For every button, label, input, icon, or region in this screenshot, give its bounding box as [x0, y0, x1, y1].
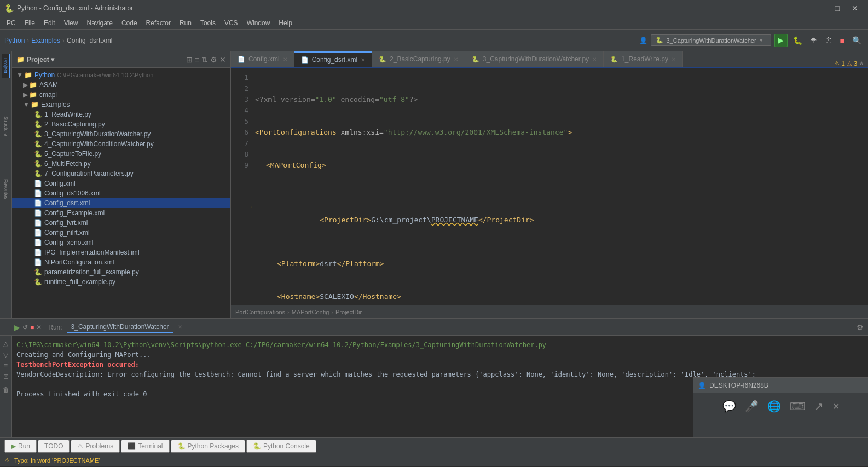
run-filter-icon[interactable]: ≡ [4, 362, 8, 370]
tree-item-configxeno[interactable]: 📄 Config_xeno.xml [12, 238, 230, 247]
tab-configdsrt-close[interactable]: ✕ [361, 57, 365, 63]
sort-icon[interactable]: ⇅ [201, 55, 208, 64]
python-packages-tab-btn[interactable]: 🐍 Python Packages [171, 440, 245, 453]
stop-button[interactable]: ■ [838, 35, 847, 46]
project-header: 📁 Project ▾ ⊞ ≡ ⇅ ⚙ ✕ [12, 51, 230, 68]
run-stop-btn[interactable]: ■ [30, 324, 34, 331]
menu-item-edit[interactable]: Edit [39, 18, 60, 28]
tree-item-ipgmanifest[interactable]: 📄 IPG_ImplementationManifest.imf [12, 247, 230, 257]
tree-item-runtimefull[interactable]: 🐍 runtime_full_example.py [12, 277, 230, 287]
editor-content[interactable]: 123456789 <?xml version="1.0" encoding="… [231, 68, 868, 305]
menu-item-help[interactable]: Help [274, 18, 297, 28]
run-rerun-btn[interactable]: ↺ [22, 324, 28, 331]
tree-item-configparams[interactable]: 🐍 7_ConfigurationParameters.py [12, 169, 230, 178]
minimize-button[interactable]: — [810, 3, 829, 14]
run-tab-btn[interactable]: ▶ Run [4, 440, 37, 453]
settings-icon[interactable]: ⚙ [210, 55, 217, 64]
menu-item-refactor[interactable]: Refactor [142, 18, 175, 28]
chat-bubble-icon[interactable]: 💬 [722, 400, 736, 413]
python-console-tab-btn[interactable]: 🐍 Python Console [246, 440, 316, 453]
tree-item-multifetch[interactable]: 🐍 6_MultiFetch.py [12, 159, 230, 169]
favorites-icon[interactable]: Favorites [2, 175, 10, 204]
tree-item-paramfull[interactable]: 🐍 parametrization_full_example.py [12, 267, 230, 277]
run-button[interactable]: ▶ [774, 34, 788, 47]
breadcrumb-examples[interactable]: Examples [31, 37, 60, 44]
tree-item-cmapi[interactable]: ▶ 📁 cmapi [12, 90, 230, 100]
tree-item-basiccapturing[interactable]: 🐍 2_BasicCapturing.py [12, 119, 230, 129]
run-settings-btn[interactable]: ⚙ [857, 323, 864, 332]
breadcrumb-maportconfig[interactable]: MAPortConfig [292, 309, 329, 315]
send-icon[interactable]: ↗ [814, 400, 824, 413]
tab-durationwatcher[interactable]: 🐍 3_CapturingWithDurationWatcher.py ✕ [465, 51, 604, 67]
coverage-button[interactable]: ☂ [808, 35, 819, 46]
tab-configxml-close[interactable]: ✕ [283, 56, 287, 62]
debug-button[interactable]: 🐛 [791, 35, 805, 46]
tree-item-python-root[interactable]: ▼ 📁 Python C:\IPG\carmaker\win64-10.2\Py… [12, 70, 230, 80]
run-down-icon[interactable]: ▽ [3, 351, 8, 359]
menu-item-code[interactable]: Code [117, 18, 142, 28]
tree-item-configxml[interactable]: 📄 Config.xml [12, 178, 230, 188]
tab-readwrite-label: 1_ReadWrite.py [621, 55, 668, 63]
menu-item-view[interactable]: View [60, 18, 83, 28]
code-content[interactable]: <?xml version="1.0" encoding="utf-8"?> <… [251, 68, 868, 305]
mic-icon[interactable]: 🎤 [745, 400, 759, 413]
run-clear-icon[interactable]: 🗑 [3, 386, 9, 394]
collapse-all-icon[interactable]: ≡ [195, 55, 199, 64]
tree-item-readwrite[interactable]: 🐍 1_ReadWrite.py [12, 109, 230, 119]
terminal-tab-btn[interactable]: ⬛ Terminal [121, 440, 169, 453]
tree-item-conditionwatcher[interactable]: 🐍 4_CapturingWithConditionWatcher.py [12, 139, 230, 149]
tree-item-confignilrt[interactable]: 📄 Config_nilrt.xml [12, 228, 230, 238]
tree-item-configlvrt[interactable]: 📄 Config_lvrt.xml [12, 218, 230, 228]
run-config-dropdown[interactable]: 🐍 3_CapturingWithDurationWatcher ▾ [651, 34, 771, 46]
run-tab-close[interactable]: ✕ [178, 324, 182, 330]
tab-readwrite-close[interactable]: ✕ [672, 56, 676, 62]
maximize-button[interactable]: □ [830, 3, 845, 14]
run-up-icon[interactable]: △ [3, 340, 8, 348]
todo-tab-btn[interactable]: TODO [38, 440, 70, 453]
search-button[interactable]: 🔍 [850, 35, 864, 46]
python-pkg-icon: 🐍 [177, 442, 186, 450]
breadcrumb-portconfigs[interactable]: PortConfigurations [235, 309, 285, 315]
menu-item-tools[interactable]: Tools [196, 18, 220, 28]
run-play-btn[interactable]: ▶ [14, 323, 20, 332]
run-layout-icon[interactable]: ⊡ [3, 373, 9, 380]
menu-item-run[interactable]: Run [175, 18, 196, 28]
breadcrumb-file[interactable]: Config_dsrt.xml [67, 37, 112, 44]
python-packages-tab-text: Python Packages [188, 442, 239, 450]
tree-item-configexample[interactable]: 📄 Config_Example.xml [12, 208, 230, 218]
tab-readwrite[interactable]: 🐍 1_ReadWrite.py ✕ [604, 51, 683, 67]
menu-item-navigate[interactable]: Navigate [83, 18, 117, 28]
project-view-icon[interactable]: Project [2, 54, 10, 78]
menu-item-pc[interactable]: PC [2, 18, 20, 28]
expand-gutter-btn[interactable]: ∧ [859, 60, 864, 67]
close-panel-icon[interactable]: ✕ [219, 55, 226, 64]
profile-button[interactable]: ⏱ [823, 35, 835, 46]
chat-close-icon[interactable]: ✕ [832, 401, 840, 412]
menu-item-file[interactable]: File [20, 18, 39, 28]
menu-item-vcs[interactable]: VCS [220, 18, 242, 28]
tree-item-durationwatcher[interactable]: 🐍 3_CapturingWithDurationWatcher.py [12, 129, 230, 139]
tree-item-capturefile[interactable]: 🐍 5_CaptureToFile.py [12, 149, 230, 159]
run-tab-label[interactable]: 3_CapturingWithDurationWatcher [67, 322, 173, 333]
close-button[interactable]: ✕ [846, 3, 864, 14]
globe-icon[interactable]: 🌐 [767, 400, 781, 413]
breadcrumb-python[interactable]: Python [4, 37, 25, 44]
main-area: Project Structure Favorites 📁 Project ▾ … [0, 51, 868, 318]
structure-icon[interactable]: Structure [2, 112, 10, 141]
tree-item-examples[interactable]: ▼ 📁 Examples [12, 100, 230, 109]
keyboard-icon[interactable]: ⌨ [790, 400, 806, 413]
tree-item-asam[interactable]: ▶ 📁 ASAM [12, 80, 230, 90]
tree-item-configds1006[interactable]: 📄 Config_ds1006.xml [12, 188, 230, 198]
run-close-btn[interactable]: ✕ [36, 324, 42, 331]
problems-tab-btn[interactable]: ⚠ Problems [71, 440, 120, 453]
breadcrumb-projectdir[interactable]: ProjectDir [335, 309, 362, 315]
tree-item-configdsrt[interactable]: 📄 Config_dsrt.xml [12, 198, 230, 208]
tab-durationwatcher-close[interactable]: ✕ [592, 56, 597, 62]
tab-basiccapturing[interactable]: 🐍 2_BasicCapturing.py ✕ [372, 51, 465, 67]
menu-item-window[interactable]: Window [242, 18, 275, 28]
tab-config-dsrt-xml[interactable]: 📄 Config_dsrt.xml ✕ [294, 51, 372, 67]
tree-item-niportconfig[interactable]: 📄 NIPortConfiguration.xml [12, 257, 230, 267]
expand-all-icon[interactable]: ⊞ [186, 55, 193, 64]
tab-basiccapturing-close[interactable]: ✕ [454, 56, 458, 62]
tab-config-xml[interactable]: 📄 Config.xml ✕ [231, 51, 294, 67]
